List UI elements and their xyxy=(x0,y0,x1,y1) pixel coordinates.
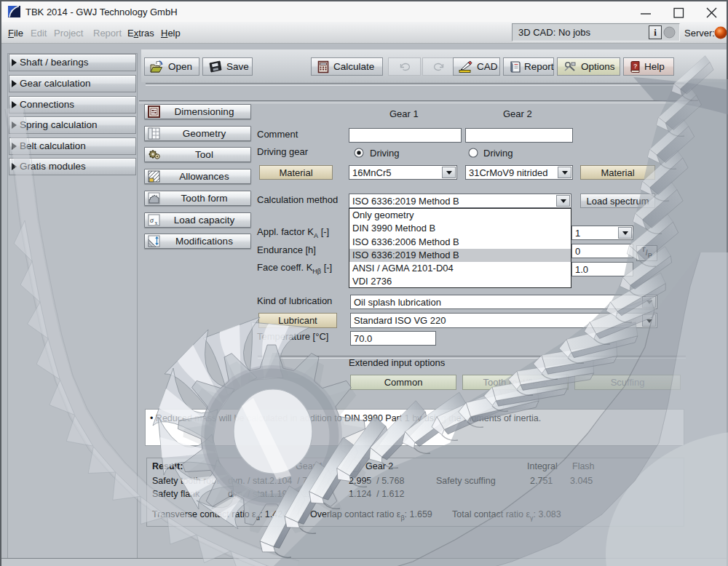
svg-text:x: x xyxy=(155,219,158,226)
svg-text:?: ? xyxy=(633,63,638,70)
